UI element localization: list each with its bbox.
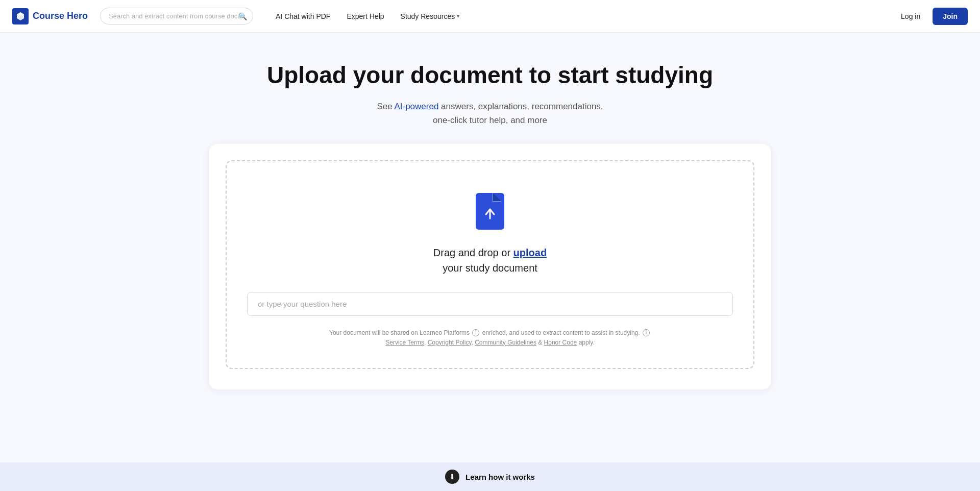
question-input[interactable]	[247, 292, 733, 316]
nav-ai-chat[interactable]: AI Chat with PDF	[270, 8, 336, 24]
search-icon: 🔍	[238, 12, 247, 20]
logo-text: Course Hero	[33, 11, 88, 21]
nav-expert-help[interactable]: Expert Help	[340, 8, 390, 24]
learn-how-text: Learn how it works	[465, 473, 535, 481]
subtitle-suffix: answers, explanations, recommendations,	[438, 102, 603, 111]
search-button[interactable]: 🔍	[238, 12, 247, 20]
upload-link[interactable]: upload	[513, 247, 547, 258]
login-button[interactable]: Log in	[895, 8, 926, 24]
nav-auth: Log in Join	[895, 8, 968, 25]
chevron-down-icon: ▾	[457, 13, 459, 19]
subtitle-line2: one-click tutor help, and more	[433, 115, 547, 125]
drop-zone[interactable]: Drag and drop or upload your study docum…	[226, 160, 754, 369]
service-terms-link[interactable]: Service Terms	[385, 339, 424, 346]
info-icon-1: i	[472, 329, 479, 336]
upload-card: Drag and drop or upload your study docum…	[209, 144, 771, 389]
navbar: Course Hero 🔍 AI Chat with PDF Expert He…	[0, 0, 980, 33]
nav-study-resources[interactable]: Study Resources ▾	[395, 8, 466, 24]
hero-section: Upload your document to start studying S…	[255, 33, 725, 144]
nav-links: AI Chat with PDF Expert Help Study Resou…	[270, 8, 887, 24]
info-icon-2: i	[643, 329, 650, 336]
search-bar: 🔍	[100, 8, 253, 24]
bottom-bar[interactable]: ⬇ Learn how it works	[0, 462, 980, 491]
page-title: Upload your document to start studying	[267, 61, 713, 89]
community-guidelines-link[interactable]: Community Guidelines	[475, 339, 536, 346]
logo[interactable]: Course Hero	[12, 8, 88, 24]
subtitle-prefix: See	[377, 102, 394, 111]
main-content: Upload your document to start studying S…	[0, 0, 980, 458]
drop-text: Drag and drop or upload your study docum…	[433, 245, 547, 276]
privacy-note: Your document will be shared on Learneo …	[329, 328, 651, 348]
join-button[interactable]: Join	[933, 8, 968, 25]
copyright-policy-link[interactable]: Copyright Policy	[428, 339, 472, 346]
search-input[interactable]	[100, 8, 253, 24]
logo-icon	[12, 8, 29, 24]
honor-code-link[interactable]: Honor Code	[544, 339, 577, 346]
learn-how-icon: ⬇	[445, 470, 459, 484]
upload-file-icon	[474, 192, 506, 231]
ai-powered-link[interactable]: AI-powered	[394, 102, 438, 111]
hero-subtitle: See AI-powered answers, explanations, re…	[267, 100, 713, 127]
arrow-down-circle-icon: ⬇	[449, 473, 455, 481]
question-input-wrapper	[247, 292, 733, 316]
